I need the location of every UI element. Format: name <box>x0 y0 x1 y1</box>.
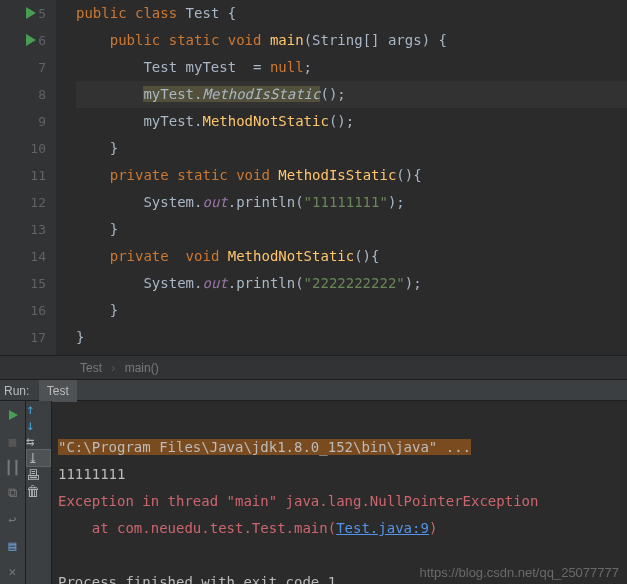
gutter-line[interactable]: 14 <box>0 243 46 270</box>
breadcrumb[interactable]: Test › main() <box>0 355 627 379</box>
stacktrace-link[interactable]: Test.java:9 <box>336 520 429 536</box>
gutter-line[interactable]: 10 <box>0 135 46 162</box>
gutter-line[interactable]: 13 <box>0 216 46 243</box>
console-output[interactable]: "C:\Program Files\Java\jdk1.8.0_152\bin\… <box>52 401 627 584</box>
code-line[interactable]: } <box>76 216 627 243</box>
breadcrumb-sep: › <box>111 361 115 375</box>
gutter-line[interactable]: 11 <box>0 162 46 189</box>
gutter-line[interactable]: 12 <box>0 189 46 216</box>
gutter-line[interactable]: 17 <box>0 324 46 351</box>
breadcrumb-method[interactable]: main() <box>125 361 159 375</box>
code-line[interactable]: public static void main(String[] args) { <box>76 27 627 54</box>
console-exit-line: Process finished with exit code 1 <box>58 574 336 584</box>
code-line[interactable]: private static void MethodIsStatic(){ <box>76 162 627 189</box>
run-tool-column-1: ■ ┃┃ ⧉ ↩ ▤ ✕ <box>0 401 26 584</box>
line-gutter: 567891011121314151617 <box>0 0 56 355</box>
stop-icon[interactable]: ■ <box>1 429 25 453</box>
console-stdout-line: 11111111 <box>58 466 125 482</box>
down-stack-icon[interactable]: ↓ <box>26 417 51 433</box>
run-toolwindow-header[interactable]: Run: Test <box>0 379 627 401</box>
code-line[interactable]: Test myTest = null; <box>76 54 627 81</box>
up-stack-icon[interactable]: ↑ <box>26 401 51 417</box>
run-tab-active[interactable]: Test <box>39 380 77 402</box>
pin-icon[interactable]: ✕ <box>1 559 25 583</box>
rerun-icon[interactable] <box>1 403 25 427</box>
gutter-line[interactable]: 15 <box>0 270 46 297</box>
dump-icon[interactable]: ⧉ <box>1 481 25 505</box>
code-line[interactable]: private void MethodNotStatic(){ <box>76 243 627 270</box>
restore-icon[interactable]: ↩ <box>1 507 25 531</box>
run-gutter-icon[interactable] <box>26 7 36 19</box>
console-command: "C:\Program Files\Java\jdk1.8.0_152\bin\… <box>58 439 471 455</box>
code-line[interactable]: System.out.println("11111111"); <box>76 189 627 216</box>
console-stacktrace-prefix: at com.neuedu.test.Test.main( <box>58 520 336 536</box>
layout-icon[interactable]: ▤ <box>1 533 25 557</box>
run-gutter-icon[interactable] <box>26 34 36 46</box>
scroll-to-end-icon[interactable]: ⤓ <box>26 449 51 467</box>
wrap-icon[interactable]: ⇆ <box>26 433 51 449</box>
run-label: Run: <box>4 384 29 398</box>
gutter-line[interactable]: 16 <box>0 297 46 324</box>
gutter-line[interactable]: 5 <box>0 0 46 27</box>
gutter-line[interactable]: 9 <box>0 108 46 135</box>
gutter-line[interactable]: 6 <box>0 27 46 54</box>
watermark: https://blog.csdn.net/qq_25077777 <box>420 565 620 580</box>
code-line[interactable]: } <box>76 135 627 162</box>
clear-icon[interactable]: 🗑 <box>26 483 51 499</box>
code-editor[interactable]: 567891011121314151617 public class Test … <box>0 0 627 355</box>
console-stderr-line: Exception in thread "main" java.lang.Nul… <box>58 493 538 509</box>
code-area[interactable]: public class Test { public static void m… <box>56 0 627 355</box>
console-panel: ■ ┃┃ ⧉ ↩ ▤ ✕ ↑ ↓ ⇆ ⤓ 🖶 🗑 "C:\Program Fil… <box>0 401 627 584</box>
code-line[interactable]: public class Test { <box>76 0 627 27</box>
console-stacktrace-suffix: ) <box>429 520 437 536</box>
gutter-line[interactable]: 8 <box>0 81 46 108</box>
svg-marker-0 <box>9 410 18 420</box>
code-line[interactable]: } <box>76 297 627 324</box>
code-line[interactable]: myTest.MethodIsStatic(); <box>76 81 627 108</box>
code-line[interactable]: } <box>76 324 627 351</box>
print-icon[interactable]: 🖶 <box>26 467 51 483</box>
gutter-line[interactable]: 7 <box>0 54 46 81</box>
code-line[interactable]: System.out.println("2222222222"); <box>76 270 627 297</box>
run-tool-column-2: ↑ ↓ ⇆ ⤓ 🖶 🗑 <box>26 401 52 584</box>
code-line[interactable]: myTest.MethodNotStatic(); <box>76 108 627 135</box>
breadcrumb-class[interactable]: Test <box>80 361 102 375</box>
pause-icon[interactable]: ┃┃ <box>1 455 25 479</box>
